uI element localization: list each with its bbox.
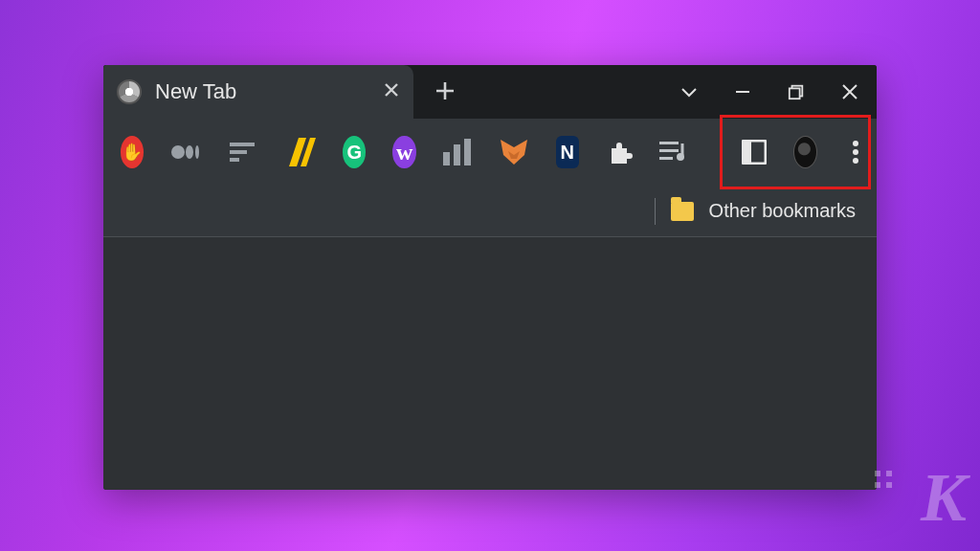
extension-notion-icon[interactable]: N [556,136,579,168]
extensions-toolbar: ✋ G w N [103,119,877,186]
close-tab-button[interactable] [383,79,400,104]
other-bookmarks-button[interactable]: Other bookmarks [709,200,856,222]
side-panel-button[interactable] [742,136,767,168]
close-window-button[interactable] [823,65,877,119]
chrome-menu-button[interactable] [844,136,867,168]
svg-rect-20 [743,141,751,164]
page-content [103,237,877,490]
svg-rect-10 [443,152,450,165]
titlebar: New Tab [103,65,877,119]
maximize-button[interactable] [769,65,823,119]
extension-queue-icon[interactable] [659,136,688,168]
svg-point-21 [853,141,858,146]
chrome-icon [117,79,142,104]
svg-rect-17 [659,157,673,160]
bookmarks-bar: Other bookmarks [103,186,877,237]
watermark-k: K [921,458,965,538]
svg-rect-1 [790,88,800,99]
profile-avatar-button[interactable] [793,136,817,168]
minimize-button[interactable] [716,65,769,119]
extension-adblock-icon[interactable]: ✋ [121,136,144,168]
svg-rect-7 [230,158,239,162]
extension-writer-icon[interactable]: w [392,136,415,168]
svg-point-18 [677,153,684,161]
folder-icon [671,202,694,221]
extension-gtmetrix-icon[interactable] [230,136,258,168]
svg-rect-5 [230,143,255,146]
svg-rect-12 [464,139,471,165]
watermark-dots [875,471,892,488]
tab-search-button[interactable] [662,65,716,119]
new-tab-button[interactable] [434,76,456,108]
active-tab[interactable]: New Tab [103,65,413,119]
window-controls [662,65,877,119]
svg-rect-6 [230,150,247,154]
new-tab-area [413,65,477,119]
extension-medium-icon[interactable] [170,136,203,168]
tab-title: New Tab [155,79,369,104]
svg-point-3 [186,145,193,159]
svg-point-4 [195,145,199,159]
extension-stripes-icon[interactable] [285,136,316,168]
svg-point-23 [853,158,858,164]
svg-point-22 [853,149,858,155]
extension-analytics-icon[interactable] [443,136,472,168]
svg-rect-16 [659,149,679,152]
bookmarks-separator [655,198,656,225]
extension-grammarly-icon[interactable]: G [343,136,366,168]
svg-rect-11 [454,144,460,165]
svg-point-2 [171,145,185,159]
browser-window: New Tab ✋ [103,65,877,490]
svg-rect-15 [659,142,679,144]
svg-marker-13 [501,140,527,165]
extensions-menu-icon[interactable] [606,136,633,168]
extension-metamask-icon[interactable] [499,136,529,168]
